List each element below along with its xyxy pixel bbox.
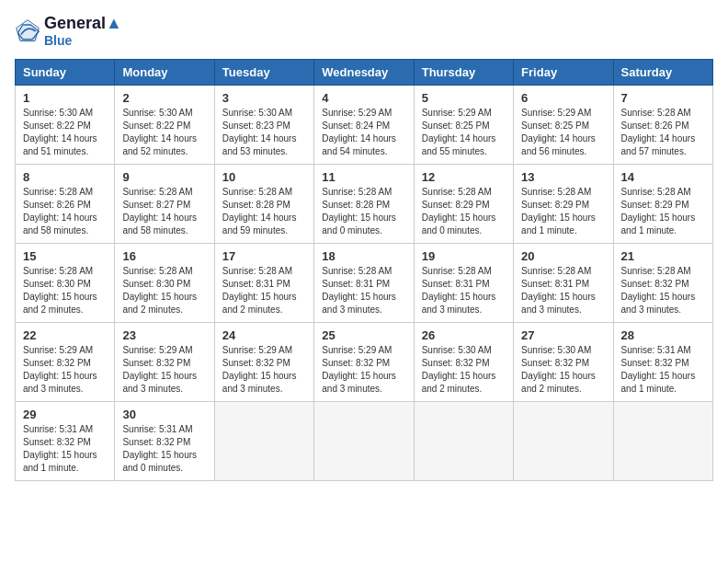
calendar-cell-day-17: 17 Sunrise: 5:28 AM Sunset: 8:31 PM Dayl… — [214, 243, 313, 322]
day-number: 28 — [621, 328, 705, 342]
calendar-cell-day-18: 18 Sunrise: 5:28 AM Sunset: 8:31 PM Dayl… — [314, 243, 414, 322]
calendar-cell-day-5: 5 Sunrise: 5:29 AM Sunset: 8:25 PM Dayli… — [414, 85, 513, 164]
cell-sunrise: Sunrise: 5:28 AM — [23, 266, 93, 276]
cell-daylight: Daylight: 14 hours and 58 minutes. — [23, 213, 97, 236]
cell-sunrise: Sunrise: 5:29 AM — [122, 345, 192, 355]
calendar-cell-day-29: 29 Sunrise: 5:31 AM Sunset: 8:32 PM Dayl… — [16, 401, 115, 480]
cell-sunset: Sunset: 8:26 PM — [23, 200, 91, 210]
day-number: 30 — [122, 408, 206, 421]
day-number: 5 — [422, 91, 506, 105]
cell-sunset: Sunset: 8:29 PM — [621, 200, 689, 210]
cell-sunset: Sunset: 8:32 PM — [621, 358, 689, 368]
calendar-cell-day-16: 16 Sunrise: 5:28 AM Sunset: 8:30 PM Dayl… — [115, 243, 214, 322]
cell-sunrise: Sunrise: 5:30 AM — [23, 108, 93, 118]
day-number: 9 — [122, 170, 206, 184]
cell-daylight: Daylight: 14 hours and 59 minutes. — [222, 213, 297, 236]
cell-daylight: Daylight: 14 hours and 57 minutes. — [621, 133, 696, 156]
day-number: 19 — [422, 249, 506, 263]
calendar-week-4: 22 Sunrise: 5:29 AM Sunset: 8:32 PM Dayl… — [16, 322, 713, 401]
cell-sunset: Sunset: 8:31 PM — [422, 279, 490, 289]
column-header-tuesday: Tuesday — [214, 59, 313, 85]
cell-sunrise: Sunrise: 5:31 AM — [122, 424, 192, 434]
day-number: 15 — [23, 249, 107, 263]
cell-sunset: Sunset: 8:28 PM — [222, 200, 290, 210]
calendar-cell-day-11: 11 Sunrise: 5:28 AM Sunset: 8:28 PM Dayl… — [314, 164, 414, 243]
cell-daylight: Daylight: 14 hours and 54 minutes. — [322, 133, 396, 156]
cell-daylight: Daylight: 15 hours and 3 minutes. — [521, 292, 596, 315]
cell-sunrise: Sunrise: 5:30 AM — [521, 345, 591, 355]
calendar-cell-day-1: 1 Sunrise: 5:30 AM Sunset: 8:22 PM Dayli… — [16, 85, 115, 164]
cell-daylight: Daylight: 15 hours and 2 minutes. — [23, 292, 97, 315]
calendar-cell-day-8: 8 Sunrise: 5:28 AM Sunset: 8:26 PM Dayli… — [16, 164, 115, 243]
column-header-wednesday: Wednesday — [314, 59, 414, 85]
cell-sunrise: Sunrise: 5:28 AM — [621, 266, 691, 276]
calendar-cell-day-4: 4 Sunrise: 5:29 AM Sunset: 8:24 PM Dayli… — [314, 85, 414, 164]
cell-daylight: Daylight: 15 hours and 2 minutes. — [521, 371, 596, 394]
logo: General▲ Blue — [15, 15, 122, 48]
cell-sunset: Sunset: 8:24 PM — [322, 121, 390, 131]
day-number: 14 — [621, 170, 705, 184]
logo-icon — [15, 18, 40, 44]
day-number: 1 — [23, 91, 107, 105]
cell-sunrise: Sunrise: 5:30 AM — [122, 108, 192, 118]
calendar-cell-day-26: 26 Sunrise: 5:30 AM Sunset: 8:32 PM Dayl… — [414, 322, 513, 401]
cell-sunset: Sunset: 8:23 PM — [222, 121, 290, 131]
calendar-cell-day-9: 9 Sunrise: 5:28 AM Sunset: 8:27 PM Dayli… — [115, 164, 214, 243]
cell-sunset: Sunset: 8:32 PM — [621, 279, 689, 289]
column-header-friday: Friday — [514, 59, 613, 85]
day-number: 16 — [122, 249, 206, 263]
cell-daylight: Daylight: 14 hours and 51 minutes. — [23, 133, 97, 156]
calendar-cell-day-19: 19 Sunrise: 5:28 AM Sunset: 8:31 PM Dayl… — [414, 243, 513, 322]
cell-sunrise: Sunrise: 5:31 AM — [621, 345, 691, 355]
cell-sunrise: Sunrise: 5:30 AM — [422, 345, 492, 355]
cell-daylight: Daylight: 15 hours and 0 minutes. — [122, 450, 197, 473]
cell-daylight: Daylight: 15 hours and 3 minutes. — [222, 371, 297, 394]
cell-sunrise: Sunrise: 5:29 AM — [322, 345, 392, 355]
cell-daylight: Daylight: 15 hours and 2 minutes. — [422, 371, 496, 394]
calendar-cell-day-13: 13 Sunrise: 5:28 AM Sunset: 8:29 PM Dayl… — [514, 164, 613, 243]
cell-sunset: Sunset: 8:32 PM — [222, 358, 290, 368]
day-number: 8 — [23, 170, 107, 184]
calendar-cell-empty — [314, 401, 414, 480]
cell-sunrise: Sunrise: 5:28 AM — [122, 266, 192, 276]
cell-sunrise: Sunrise: 5:28 AM — [122, 187, 192, 197]
cell-daylight: Daylight: 15 hours and 3 minutes. — [422, 292, 496, 315]
cell-daylight: Daylight: 14 hours and 53 minutes. — [222, 133, 297, 156]
cell-daylight: Daylight: 15 hours and 3 minutes. — [23, 371, 97, 394]
calendar-cell-empty — [414, 401, 513, 480]
cell-daylight: Daylight: 15 hours and 0 minutes. — [322, 213, 396, 236]
calendar-week-3: 15 Sunrise: 5:28 AM Sunset: 8:30 PM Dayl… — [16, 243, 713, 322]
cell-sunset: Sunset: 8:28 PM — [322, 200, 390, 210]
calendar-cell-day-23: 23 Sunrise: 5:29 AM Sunset: 8:32 PM Dayl… — [115, 322, 214, 401]
day-number: 2 — [122, 91, 206, 105]
calendar-cell-day-6: 6 Sunrise: 5:29 AM Sunset: 8:25 PM Dayli… — [514, 85, 613, 164]
column-header-monday: Monday — [115, 59, 214, 85]
cell-daylight: Daylight: 15 hours and 1 minute. — [621, 371, 696, 394]
cell-daylight: Daylight: 14 hours and 52 minutes. — [122, 133, 197, 156]
calendar-cell-day-27: 27 Sunrise: 5:30 AM Sunset: 8:32 PM Dayl… — [514, 322, 613, 401]
calendar-cell-day-3: 3 Sunrise: 5:30 AM Sunset: 8:23 PM Dayli… — [214, 85, 313, 164]
calendar-cell-empty — [214, 401, 313, 480]
cell-sunrise: Sunrise: 5:29 AM — [322, 108, 392, 118]
calendar-cell-day-10: 10 Sunrise: 5:28 AM Sunset: 8:28 PM Dayl… — [214, 164, 313, 243]
cell-daylight: Daylight: 15 hours and 1 minute. — [621, 213, 696, 236]
cell-sunset: Sunset: 8:31 PM — [322, 279, 390, 289]
calendar-cell-day-22: 22 Sunrise: 5:29 AM Sunset: 8:32 PM Dayl… — [16, 322, 115, 401]
day-number: 22 — [23, 328, 107, 342]
cell-sunset: Sunset: 8:27 PM — [122, 200, 190, 210]
day-number: 25 — [322, 328, 405, 342]
cell-daylight: Daylight: 15 hours and 1 minute. — [23, 450, 97, 473]
cell-sunset: Sunset: 8:22 PM — [23, 121, 91, 131]
cell-sunrise: Sunrise: 5:28 AM — [422, 266, 492, 276]
cell-daylight: Daylight: 14 hours and 56 minutes. — [521, 133, 596, 156]
cell-daylight: Daylight: 15 hours and 3 minutes. — [122, 371, 197, 394]
cell-sunset: Sunset: 8:29 PM — [422, 200, 490, 210]
day-number: 26 — [422, 328, 506, 342]
cell-sunrise: Sunrise: 5:28 AM — [222, 266, 292, 276]
day-number: 29 — [23, 408, 107, 421]
day-number: 18 — [322, 249, 405, 263]
cell-sunset: Sunset: 8:32 PM — [122, 358, 190, 368]
calendar-cell-day-25: 25 Sunrise: 5:29 AM Sunset: 8:32 PM Dayl… — [314, 322, 414, 401]
column-header-sunday: Sunday — [16, 59, 115, 85]
calendar-cell-empty — [613, 401, 712, 480]
